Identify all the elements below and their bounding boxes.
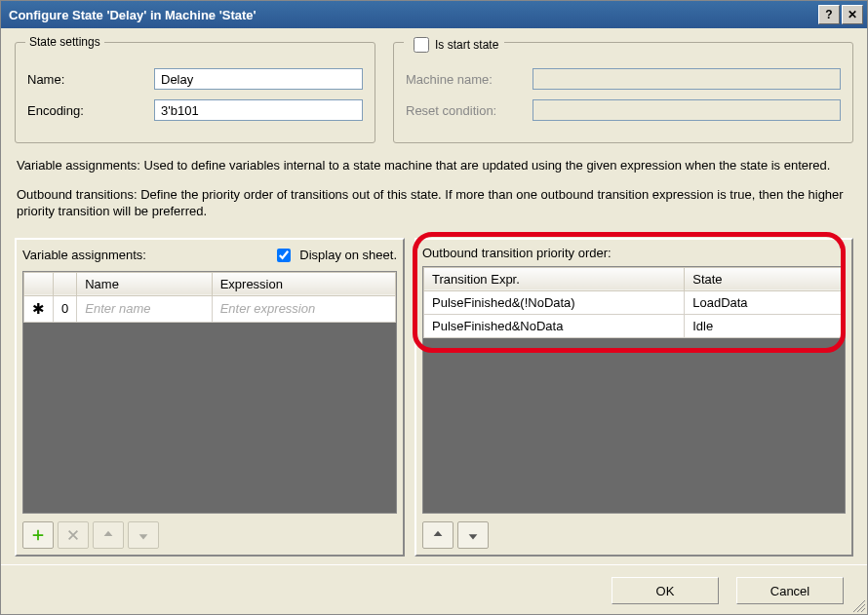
encoding-label: Encoding: [27, 103, 154, 118]
var-grid: Name Expression ✱ 0 Enter name Enter exp… [22, 271, 397, 514]
trans-state-cell: LoadData [685, 290, 845, 314]
arrow-down-icon [466, 528, 480, 542]
arrow-up-icon [101, 528, 115, 542]
variable-assignments-panel: Variable assignments: Display on sheet. … [15, 238, 405, 557]
is-start-state-label: Is start state [435, 38, 498, 52]
help-icon: ? [825, 8, 832, 21]
trans-state-cell: Idle [685, 314, 845, 337]
trans-expr-cell: PulseFinished&(!NoData) [424, 290, 685, 314]
help-button[interactable]: ? [818, 5, 840, 24]
encoding-input[interactable] [154, 99, 363, 121]
arrow-down-icon [137, 528, 150, 542]
top-settings-row: State settings Name: Encoding: Is start … [15, 42, 853, 143]
trans-move-up-button[interactable] [422, 521, 454, 549]
ok-button[interactable]: OK [612, 577, 719, 604]
state-settings-legend: State settings [25, 35, 104, 49]
outbound-transitions-panel: Outbound transition priority order: Tran… [414, 238, 853, 557]
var-expr-placeholder[interactable]: Enter expression [220, 301, 316, 316]
panels-row: Variable assignments: Display on sheet. … [15, 238, 853, 557]
window-title: Configure State 'Delay' in Machine 'Stat… [9, 8, 816, 22]
trans-panel-title: Outbound transition priority order: [422, 246, 612, 260]
move-down-button [128, 521, 159, 549]
machine-name-label: Machine name: [406, 72, 533, 87]
trans-move-down-button[interactable] [457, 521, 489, 549]
close-button[interactable]: ✕ [842, 5, 863, 24]
close-icon: ✕ [848, 8, 857, 21]
var-toolbar [22, 521, 397, 549]
is-start-state-checkbox[interactable] [414, 37, 429, 53]
title-bar: Configure State 'Delay' in Machine 'Stat… [1, 1, 867, 28]
var-row-index: 0 [54, 295, 77, 322]
dialog-content: State settings Name: Encoding: Is start … [1, 28, 867, 564]
delete-button [58, 521, 89, 549]
trans-toolbar [422, 521, 846, 549]
new-row-marker-icon: ✱ [24, 295, 54, 322]
display-on-sheet-checkbox[interactable] [277, 249, 291, 262]
help-variable-assignments: Variable assignments: Used to define var… [17, 157, 851, 174]
dialog-footer: OK Cancel [1, 564, 867, 614]
name-label: Name: [27, 72, 154, 87]
table-row[interactable]: PulseFinished&(!NoData) LoadData [424, 290, 845, 314]
name-input[interactable] [154, 68, 363, 90]
help-outbound-transitions: Outbound transitions: Define the priorit… [17, 186, 851, 220]
var-name-placeholder[interactable]: Enter name [85, 301, 150, 316]
var-col-name: Name [77, 272, 212, 295]
dialog-window: Configure State 'Delay' in Machine 'Stat… [0, 0, 868, 615]
var-grid-header-row: Name Expression [24, 272, 396, 295]
trans-expr-cell: PulseFinished&NoData [424, 314, 685, 337]
var-panel-title: Variable assignments: [22, 248, 146, 262]
move-up-button [93, 521, 124, 549]
cancel-button[interactable]: Cancel [736, 577, 844, 604]
trans-grid-header-row: Transition Expr. State [424, 267, 845, 290]
reset-condition-input [533, 99, 841, 121]
trans-col-state: State [685, 267, 845, 290]
plus-icon [31, 528, 45, 542]
add-button[interactable] [22, 521, 54, 549]
var-new-row[interactable]: ✱ 0 Enter name Enter expression [24, 295, 396, 322]
table-row[interactable]: PulseFinished&NoData Idle [424, 314, 845, 337]
x-icon [66, 528, 80, 542]
machine-name-input [533, 68, 841, 90]
trans-col-expr: Transition Expr. [424, 267, 685, 290]
start-state-group: Is start state Machine name: Reset condi… [393, 42, 853, 143]
display-on-sheet-label: Display on sheet. [299, 248, 397, 262]
trans-grid: Transition Expr. State PulseFinished&(!N… [422, 266, 846, 514]
reset-condition-label: Reset condition: [406, 103, 533, 118]
state-settings-group: State settings Name: Encoding: [15, 42, 375, 143]
var-col-expression: Expression [212, 272, 395, 295]
arrow-up-icon [431, 528, 445, 542]
